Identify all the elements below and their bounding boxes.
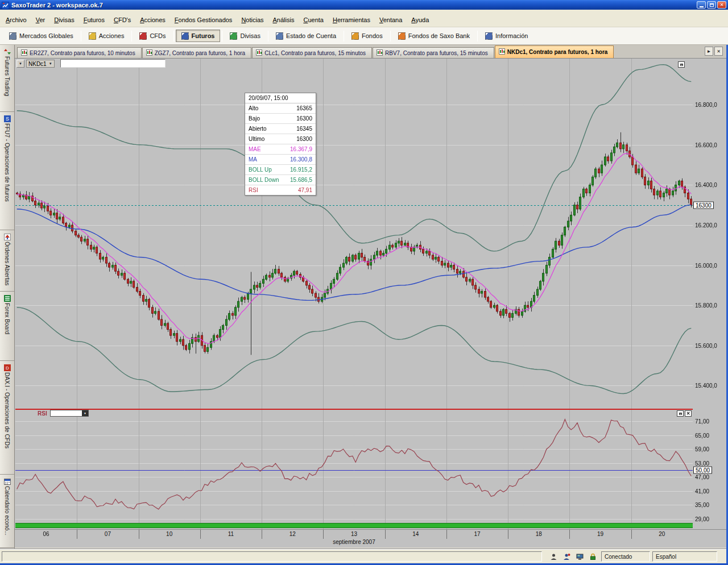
- menu-item-archivo[interactable]: Archivo: [1, 15, 31, 25]
- toolbar-button-mercados-globales[interactable]: Mercados Globales: [3, 30, 79, 42]
- menu-item-cfd-s[interactable]: CFD's: [109, 15, 135, 25]
- menu-item-label: H: [333, 16, 337, 23]
- menu-item-herramientas[interactable]: Herramientas: [328, 15, 375, 25]
- chart-tab-icon: [256, 49, 262, 57]
- saxotrader-app-icon: [2, 1, 9, 9]
- tooltip-row-rsi: RSI47,91: [245, 185, 316, 195]
- toolbar-button-label: Acciones: [99, 32, 125, 39]
- main-chart-canvas[interactable]: [15, 59, 693, 409]
- rsi-axis-label: 29,00: [695, 516, 709, 522]
- rsi-chart-canvas[interactable]: [15, 410, 693, 529]
- chart-tab-rbv7[interactable]: RBV7, Contrato para futuros, 15 minutos: [373, 47, 494, 58]
- toolbar-button-informaci-n[interactable]: Información: [479, 30, 533, 42]
- chart-search-input[interactable]: [60, 59, 166, 68]
- menu-item-label: D: [54, 16, 59, 23]
- main-pane-restore-icon[interactable]: [678, 61, 685, 68]
- toolbar-separator: [268, 31, 268, 41]
- price-axis-label: 16.000,0: [695, 262, 717, 268]
- toolbar-button-futuros[interactable]: Futuros: [176, 30, 221, 42]
- user-icon[interactable]: [547, 552, 560, 562]
- date-label-14: 14: [412, 531, 419, 537]
- maximize-button[interactable]: [707, 1, 716, 9]
- chart-tab-icon: [377, 49, 383, 57]
- futures-icon: [181, 32, 189, 40]
- chart-tab-clc1[interactable]: CLc1, Contrato para futuros, 15 minutos: [252, 47, 372, 58]
- rsi-axis-label: 47,00: [695, 474, 709, 480]
- sidebar-panel-rdenes-abiertas[interactable]: Órdenes Abiertas: [0, 230, 14, 292]
- chart-tab-zgz7[interactable]: ZGZ7, Contrato para futuros, 1 hora: [142, 47, 252, 58]
- price-axis-label: 15.600,0: [695, 342, 717, 348]
- forex-icon: [230, 32, 237, 40]
- tooltip-row-label: Bajo: [249, 115, 260, 122]
- tooltip-row-label: BOLL Up: [249, 167, 272, 173]
- rsi-axis-label: 65,00: [695, 432, 709, 438]
- toolbar-separator: [344, 31, 344, 41]
- sidebar-panel-label: DAX.I - Operaciones de CFDs: [4, 372, 10, 448]
- price-axis-label: 16.800,0: [695, 102, 717, 108]
- app-window: SaxoTrader 2 - workspace.ok.7 ✕ ArchivoV…: [0, 0, 728, 565]
- sidebar-panel-label: Futures Trading: [4, 56, 10, 96]
- rsi-pane-restore-icon[interactable]: [677, 410, 684, 417]
- sidebar-panel-ffu7-operaciones-de-futuros[interactable]: SFFU7 - Operaciones de futuros: [0, 112, 14, 230]
- menu-item-ventana[interactable]: Ventana: [375, 15, 407, 25]
- menu-item-an-lisis[interactable]: Análisis: [268, 15, 299, 25]
- toolbar-button-label: Fondos de Saxo Bank: [408, 32, 470, 39]
- menu-item-futuros[interactable]: Futuros: [79, 15, 109, 25]
- symbol-combo[interactable]: NKDc1 ▼: [26, 60, 55, 68]
- date-label-11: 11: [228, 531, 234, 537]
- user-alt-icon[interactable]: [560, 552, 573, 562]
- svg-text:S: S: [5, 116, 9, 122]
- account-icon: [276, 32, 283, 40]
- toolbar-button-fondos[interactable]: Fondos: [346, 30, 388, 42]
- chart-tab-label: RBV7, Contrato para futuros, 15 minutos: [385, 50, 488, 56]
- saxo-funds-icon: [398, 32, 406, 40]
- tab-scroll-button[interactable]: ►: [705, 47, 713, 56]
- menu-item-label: A: [411, 16, 415, 23]
- menu-item-ayuda[interactable]: Ayuda: [407, 15, 433, 25]
- status-bar: Conectado Español: [0, 549, 728, 563]
- close-button[interactable]: ✕: [717, 1, 726, 9]
- tooltip-row-value: 16.915,2: [290, 167, 312, 173]
- toolbar-button-label: Divisas: [240, 32, 260, 39]
- symbol-combo-value: NKDc1: [28, 61, 47, 67]
- minimize-button[interactable]: [697, 1, 706, 9]
- menu-item-divisas[interactable]: Divisas: [49, 15, 78, 25]
- toolbar-button-divisas[interactable]: Divisas: [224, 30, 266, 42]
- funds-icon: [351, 32, 359, 40]
- title-bar: SaxoTrader 2 - workspace.ok.7 ✕: [0, 0, 728, 10]
- date-label-10: 10: [166, 531, 172, 537]
- tab-close-button[interactable]: ✕: [714, 47, 723, 56]
- tooltip-row-label: MA: [249, 156, 257, 163]
- toolbar-button-fondos-de-saxo-bank[interactable]: Fondos de Saxo Bank: [392, 30, 475, 42]
- menu-item-cuenta[interactable]: Cuenta: [299, 15, 328, 25]
- toolbar-button-estado-de-cuenta[interactable]: Estado de Cuenta: [270, 30, 342, 42]
- chart-tab-nkdc1[interactable]: NKDc1, Contrato para futuros, 1 hora: [495, 45, 614, 58]
- menu-item-ver[interactable]: Ver: [31, 15, 50, 25]
- month-label: septiembre 2007: [15, 539, 693, 547]
- chart-tab-label: CLc1, Contrato para futuros, 15 minutos: [264, 50, 366, 56]
- menu-item-label: F: [175, 16, 179, 23]
- toolbar-button-acciones[interactable]: Acciones: [83, 30, 130, 42]
- sidebar-panel-futures-trading[interactable]: Futures Trading: [0, 45, 14, 112]
- toolbar-button-cfds[interactable]: CFDs: [134, 30, 171, 42]
- tooltip-row-value: 15.686,5: [290, 177, 312, 183]
- menu-item-fondos-gestionados[interactable]: Fondos Gestionados: [170, 15, 237, 25]
- rsi-settings-combo[interactable]: ▼: [50, 410, 89, 417]
- terminal-icon[interactable]: [573, 552, 586, 562]
- chart-menu-dropdown-button[interactable]: ▼: [16, 60, 24, 68]
- menu-item-acciones[interactable]: Acciones: [135, 15, 170, 25]
- chart-tab-label: NKDc1, Contrato para futuros, 1 hora: [507, 49, 608, 55]
- date-tick: [323, 530, 324, 539]
- rsi-pane-close-icon[interactable]: ✕: [685, 410, 692, 417]
- lock-icon[interactable]: [586, 552, 599, 562]
- rsi-axis-label: 35,00: [695, 502, 709, 508]
- chart-tab-er2z7[interactable]: ER2Z7, Contrato para futuros, 10 minutos: [17, 47, 142, 58]
- menu-item-label: A: [6, 16, 10, 23]
- sidebar-panel-dax-i-operaciones-de-cfds[interactable]: DDAX.I - Operaciones de CFDs: [0, 361, 14, 475]
- sidebar-panel-forex-board[interactable]: Forex Board: [0, 292, 14, 361]
- rsi-axis-label: 71,00: [695, 418, 709, 425]
- sidebar-panel-calendario-econ[interactable]: Calendario econó...: [0, 475, 14, 548]
- tooltip-row-alto: Alto16365: [245, 103, 316, 114]
- tooltip-row-value: 16300: [296, 115, 312, 122]
- menu-item-noticias[interactable]: Noticias: [237, 15, 268, 25]
